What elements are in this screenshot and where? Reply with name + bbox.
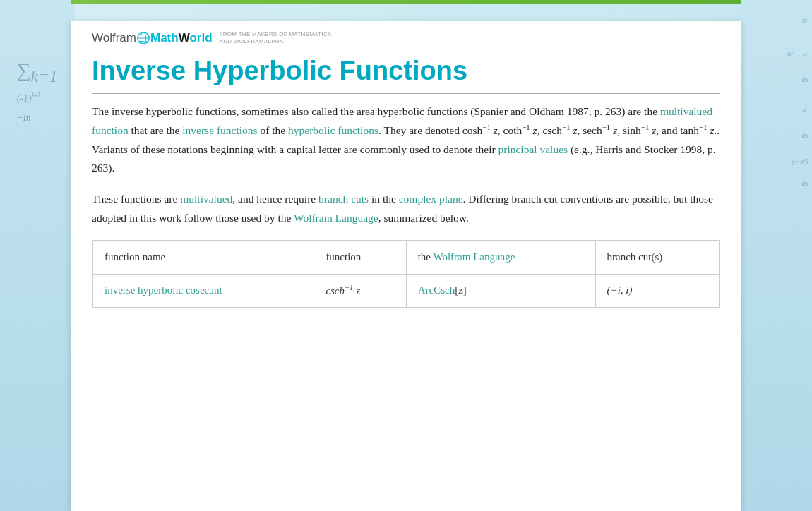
content-body: The inverse hyperbolic functions, someti… bbox=[92, 102, 720, 308]
mathworld-globe-icon bbox=[137, 32, 150, 44]
col-wolfram-language: the Wolfram Language bbox=[406, 241, 595, 275]
mathworld-label: MathWorld bbox=[150, 31, 213, 45]
inverse-hyperbolic-cosecant-link[interactable]: inverse hyperbolic cosecant bbox=[105, 284, 222, 296]
page-title: Inverse Hyperbolic Functions bbox=[92, 56, 720, 94]
cell-branch-cut: (−i, i) bbox=[595, 274, 719, 308]
makers-tagline: FROM THE MAKERS OF MATHEMATICA AND WOLFR… bbox=[220, 31, 332, 46]
col-branch-cuts: branch cut(s) bbox=[595, 241, 719, 275]
inverse-functions-link[interactable]: inverse functions bbox=[182, 124, 257, 136]
cell-wolfram-function: ArcCsch[z] bbox=[406, 274, 595, 308]
wolfram-language-link[interactable]: Wolfram Language bbox=[294, 212, 378, 224]
branch-cuts-link[interactable]: branch cuts bbox=[318, 193, 369, 205]
wolfram-language-table-link[interactable]: Wolfram Language bbox=[433, 251, 515, 263]
wolfram-label: Wolfram bbox=[92, 31, 136, 45]
intro-paragraph-2: These functions are multivalued, and hen… bbox=[92, 190, 720, 227]
principal-values-link[interactable]: principal values bbox=[498, 143, 568, 155]
site-header: Wolfram MathWorld FROM THE MAKERS OF MAT… bbox=[92, 21, 720, 50]
complex-plane-link[interactable]: complex plane bbox=[399, 193, 463, 205]
arccsch-link[interactable]: ArcCsch bbox=[418, 284, 455, 296]
wolfram-logo: Wolfram MathWorld bbox=[92, 31, 213, 45]
table-row: inverse hyperbolic cosecant csch−1 z Arc… bbox=[93, 274, 720, 308]
main-content-panel: Wolfram MathWorld FROM THE MAKERS OF MAT… bbox=[71, 21, 741, 511]
right-sidebar-decoration: b² b² − x² dx −x² dx (−x²) dx bbox=[738, 0, 812, 511]
hyperbolic-functions-link[interactable]: hyperbolic functions bbox=[288, 124, 378, 136]
functions-table-container: function name function the Wolfram Langu… bbox=[92, 240, 720, 308]
multivalued-link[interactable]: multivalued bbox=[180, 193, 232, 205]
table-header-row: function name function the Wolfram Langu… bbox=[93, 241, 720, 275]
functions-table: function name function the Wolfram Langu… bbox=[92, 241, 720, 308]
left-sidebar-decoration: ∑k=1 (-1)k-1 −In bbox=[0, 0, 74, 511]
col-function: function bbox=[314, 241, 406, 275]
intro-paragraph-1: The inverse hyperbolic functions, someti… bbox=[92, 102, 720, 178]
green-accent-bar bbox=[71, 0, 741, 4]
col-function-name: function name bbox=[93, 241, 314, 275]
cell-function-name: inverse hyperbolic cosecant bbox=[93, 274, 314, 308]
cell-function-formula: csch−1 z bbox=[314, 274, 406, 308]
